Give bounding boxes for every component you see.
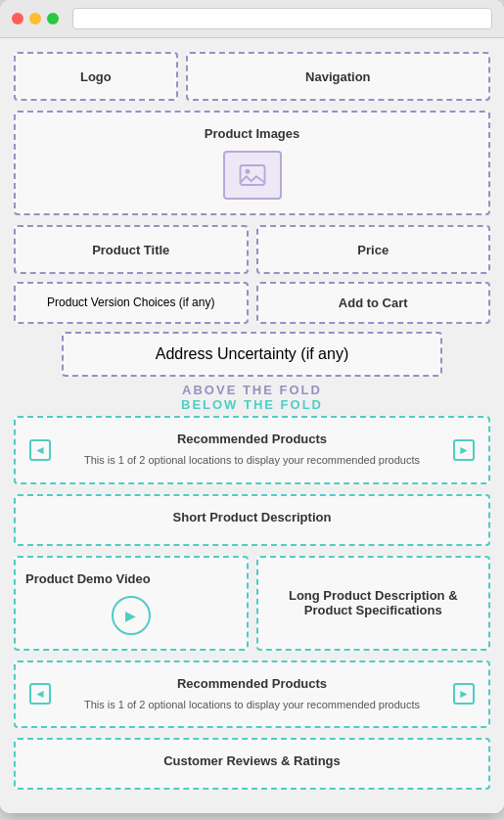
short-description-block: Short Product Description [14, 494, 490, 546]
recommended-products-2-subtitle: This is 1 of 2 optional locations to dis… [55, 697, 449, 713]
maximize-button-dot[interactable] [47, 13, 59, 24]
price-label: Price [357, 243, 389, 257]
recommended-products-1-block: ◄ Recommended Products This is 1 of 2 op… [14, 416, 490, 484]
customer-reviews-block: Customer Reviews & Ratings [14, 738, 490, 790]
left-arrow-icon: ◄ [34, 443, 46, 457]
left-arrow-icon-2: ◄ [34, 687, 46, 701]
carousel-content-1: Recommended Products This is 1 of 2 opti… [55, 432, 449, 469]
customer-reviews-title: Customer Reviews & Ratings [29, 753, 475, 768]
page-content: Logo Navigation Product Images Product T… [0, 38, 504, 813]
carousel-right-arrow-2[interactable]: ► [453, 683, 475, 705]
recommended-products-2-block: ◄ Recommended Products This is 1 of 2 op… [14, 661, 490, 729]
minimize-button-dot[interactable] [29, 13, 41, 24]
long-description-block: Long Product Description & Product Speci… [256, 556, 491, 651]
recommended-products-1-subtitle: This is 1 of 2 optional locations to dis… [55, 452, 449, 469]
below-fold-label: BELOW THE FOLD [14, 397, 490, 412]
svg-rect-0 [240, 165, 264, 185]
close-button-dot[interactable] [12, 13, 23, 24]
long-description-title: Long Product Description & Product Speci… [268, 588, 480, 617]
product-title-block: Product Title [14, 225, 249, 274]
header-row: Logo Navigation [14, 52, 490, 101]
above-fold-label: ABOVE THE FOLD [14, 383, 490, 397]
product-version-label: Product Version Choices (if any) [47, 296, 214, 309]
recommended-products-2-title: Recommended Products [55, 676, 449, 691]
right-arrow-icon-2: ► [458, 687, 470, 701]
fold-labels: ABOVE THE FOLD BELOW THE FOLD [14, 383, 490, 412]
navigation-label: Navigation [305, 69, 370, 84]
short-description-title: Short Product Description [29, 510, 475, 524]
product-images-title: Product Images [29, 126, 475, 141]
browser-titlebar [0, 0, 504, 38]
logo-label: Logo [80, 69, 112, 84]
image-placeholder [223, 151, 282, 200]
browser-window: Logo Navigation Product Images Product T… [0, 0, 504, 813]
carousel-wrapper-2: ◄ Recommended Products This is 1 of 2 op… [29, 676, 475, 713]
demo-video-title: Product Demo Video [25, 571, 237, 586]
carousel-wrapper-1: ◄ Recommended Products This is 1 of 2 op… [29, 432, 475, 469]
version-cart-row: Product Version Choices (if any) Add to … [14, 282, 490, 324]
product-version-block: Product Version Choices (if any) [14, 282, 249, 324]
navigation-block: Navigation [186, 52, 490, 101]
address-uncertainty-block: Address Uncertainty (if any) [62, 332, 443, 377]
svg-point-1 [245, 169, 250, 174]
product-title-label: Product Title [92, 243, 169, 257]
carousel-left-arrow-1[interactable]: ◄ [29, 439, 51, 461]
address-uncertainty-label: Address Uncertainty (if any) [156, 345, 348, 362]
add-to-cart-block[interactable]: Add to Cart [256, 282, 491, 324]
play-button[interactable]: ▶ [112, 596, 151, 635]
logo-block: Logo [14, 52, 178, 101]
carousel-right-arrow-1[interactable]: ► [453, 439, 475, 461]
product-price-block: Price [256, 225, 491, 274]
add-to-cart-label: Add to Cart [339, 296, 408, 310]
image-icon [238, 160, 267, 190]
right-arrow-icon: ► [458, 443, 470, 457]
carousel-left-arrow-2[interactable]: ◄ [29, 683, 51, 705]
recommended-products-1-title: Recommended Products [55, 432, 449, 446]
product-images-block: Product Images [14, 111, 490, 215]
title-price-row: Product Title Price [14, 225, 490, 274]
address-bar[interactable] [72, 8, 492, 29]
demo-long-desc-row: Product Demo Video ▶ Long Product Descri… [14, 556, 490, 651]
demo-video-block: Product Demo Video ▶ [14, 556, 249, 651]
play-icon: ▶ [125, 608, 136, 623]
carousel-content-2: Recommended Products This is 1 of 2 opti… [55, 676, 449, 713]
